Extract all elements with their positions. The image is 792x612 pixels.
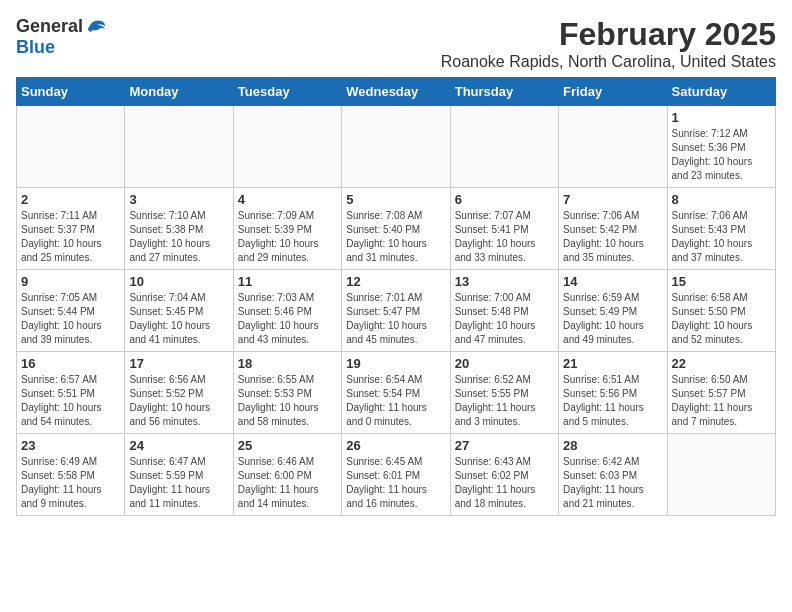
logo-bird-icon (85, 17, 107, 35)
day-info: Sunrise: 7:01 AM Sunset: 5:47 PM Dayligh… (346, 291, 445, 347)
day-info: Sunrise: 7:06 AM Sunset: 5:43 PM Dayligh… (672, 209, 771, 265)
calendar-week-5: 23Sunrise: 6:49 AM Sunset: 5:58 PM Dayli… (17, 434, 776, 516)
day-info: Sunrise: 6:54 AM Sunset: 5:54 PM Dayligh… (346, 373, 445, 429)
calendar-day-cell: 13Sunrise: 7:00 AM Sunset: 5:48 PM Dayli… (450, 270, 558, 352)
day-info: Sunrise: 6:45 AM Sunset: 6:01 PM Dayligh… (346, 455, 445, 511)
day-info: Sunrise: 7:05 AM Sunset: 5:44 PM Dayligh… (21, 291, 120, 347)
calendar-day-cell: 28Sunrise: 6:42 AM Sunset: 6:03 PM Dayli… (559, 434, 667, 516)
weekday-header-monday: Monday (125, 78, 233, 106)
calendar-day-cell (559, 106, 667, 188)
calendar-day-cell: 12Sunrise: 7:01 AM Sunset: 5:47 PM Dayli… (342, 270, 450, 352)
day-info: Sunrise: 7:04 AM Sunset: 5:45 PM Dayligh… (129, 291, 228, 347)
day-number: 5 (346, 192, 445, 207)
day-number: 25 (238, 438, 337, 453)
calendar-week-2: 2Sunrise: 7:11 AM Sunset: 5:37 PM Daylig… (17, 188, 776, 270)
calendar-day-cell: 23Sunrise: 6:49 AM Sunset: 5:58 PM Dayli… (17, 434, 125, 516)
day-info: Sunrise: 6:55 AM Sunset: 5:53 PM Dayligh… (238, 373, 337, 429)
logo-general: General (16, 16, 83, 37)
day-info: Sunrise: 6:47 AM Sunset: 5:59 PM Dayligh… (129, 455, 228, 511)
calendar-day-cell: 4Sunrise: 7:09 AM Sunset: 5:39 PM Daylig… (233, 188, 341, 270)
day-number: 28 (563, 438, 662, 453)
day-info: Sunrise: 7:10 AM Sunset: 5:38 PM Dayligh… (129, 209, 228, 265)
header: General Blue February 2025 Roanoke Rapid… (16, 16, 776, 71)
subtitle: Roanoke Rapids, North Carolina, United S… (441, 53, 776, 71)
day-number: 13 (455, 274, 554, 289)
day-info: Sunrise: 6:52 AM Sunset: 5:55 PM Dayligh… (455, 373, 554, 429)
calendar-day-cell: 27Sunrise: 6:43 AM Sunset: 6:02 PM Dayli… (450, 434, 558, 516)
logo-blue: Blue (16, 37, 55, 58)
calendar-day-cell: 20Sunrise: 6:52 AM Sunset: 5:55 PM Dayli… (450, 352, 558, 434)
weekday-header-thursday: Thursday (450, 78, 558, 106)
day-info: Sunrise: 6:59 AM Sunset: 5:49 PM Dayligh… (563, 291, 662, 347)
day-number: 20 (455, 356, 554, 371)
weekday-header-sunday: Sunday (17, 78, 125, 106)
calendar-day-cell: 18Sunrise: 6:55 AM Sunset: 5:53 PM Dayli… (233, 352, 341, 434)
weekday-header-saturday: Saturday (667, 78, 775, 106)
calendar-day-cell: 9Sunrise: 7:05 AM Sunset: 5:44 PM Daylig… (17, 270, 125, 352)
day-number: 17 (129, 356, 228, 371)
day-number: 21 (563, 356, 662, 371)
day-info: Sunrise: 6:46 AM Sunset: 6:00 PM Dayligh… (238, 455, 337, 511)
weekday-header-tuesday: Tuesday (233, 78, 341, 106)
day-info: Sunrise: 7:08 AM Sunset: 5:40 PM Dayligh… (346, 209, 445, 265)
day-info: Sunrise: 6:51 AM Sunset: 5:56 PM Dayligh… (563, 373, 662, 429)
calendar-day-cell: 6Sunrise: 7:07 AM Sunset: 5:41 PM Daylig… (450, 188, 558, 270)
calendar-day-cell: 17Sunrise: 6:56 AM Sunset: 5:52 PM Dayli… (125, 352, 233, 434)
calendar-day-cell: 2Sunrise: 7:11 AM Sunset: 5:37 PM Daylig… (17, 188, 125, 270)
day-info: Sunrise: 7:11 AM Sunset: 5:37 PM Dayligh… (21, 209, 120, 265)
calendar-day-cell (450, 106, 558, 188)
calendar-day-cell (233, 106, 341, 188)
calendar-day-cell: 1Sunrise: 7:12 AM Sunset: 5:36 PM Daylig… (667, 106, 775, 188)
day-number: 18 (238, 356, 337, 371)
day-number: 12 (346, 274, 445, 289)
calendar-day-cell (342, 106, 450, 188)
calendar-day-cell: 25Sunrise: 6:46 AM Sunset: 6:00 PM Dayli… (233, 434, 341, 516)
calendar-day-cell (17, 106, 125, 188)
day-number: 8 (672, 192, 771, 207)
day-number: 27 (455, 438, 554, 453)
day-number: 9 (21, 274, 120, 289)
day-info: Sunrise: 7:03 AM Sunset: 5:46 PM Dayligh… (238, 291, 337, 347)
calendar-week-1: 1Sunrise: 7:12 AM Sunset: 5:36 PM Daylig… (17, 106, 776, 188)
day-info: Sunrise: 6:56 AM Sunset: 5:52 PM Dayligh… (129, 373, 228, 429)
weekday-header-wednesday: Wednesday (342, 78, 450, 106)
day-number: 6 (455, 192, 554, 207)
calendar-day-cell: 15Sunrise: 6:58 AM Sunset: 5:50 PM Dayli… (667, 270, 775, 352)
day-number: 26 (346, 438, 445, 453)
day-number: 10 (129, 274, 228, 289)
day-number: 3 (129, 192, 228, 207)
title-area: February 2025 Roanoke Rapids, North Caro… (441, 16, 776, 71)
weekday-header-friday: Friday (559, 78, 667, 106)
day-info: Sunrise: 6:57 AM Sunset: 5:51 PM Dayligh… (21, 373, 120, 429)
calendar-week-3: 9Sunrise: 7:05 AM Sunset: 5:44 PM Daylig… (17, 270, 776, 352)
day-info: Sunrise: 7:07 AM Sunset: 5:41 PM Dayligh… (455, 209, 554, 265)
calendar-day-cell (125, 106, 233, 188)
day-number: 24 (129, 438, 228, 453)
calendar-day-cell: 21Sunrise: 6:51 AM Sunset: 5:56 PM Dayli… (559, 352, 667, 434)
day-info: Sunrise: 6:58 AM Sunset: 5:50 PM Dayligh… (672, 291, 771, 347)
calendar-day-cell: 16Sunrise: 6:57 AM Sunset: 5:51 PM Dayli… (17, 352, 125, 434)
day-number: 11 (238, 274, 337, 289)
day-number: 14 (563, 274, 662, 289)
day-number: 19 (346, 356, 445, 371)
day-info: Sunrise: 7:00 AM Sunset: 5:48 PM Dayligh… (455, 291, 554, 347)
day-number: 7 (563, 192, 662, 207)
day-number: 23 (21, 438, 120, 453)
calendar-day-cell (667, 434, 775, 516)
calendar-day-cell: 10Sunrise: 7:04 AM Sunset: 5:45 PM Dayli… (125, 270, 233, 352)
calendar-day-cell: 11Sunrise: 7:03 AM Sunset: 5:46 PM Dayli… (233, 270, 341, 352)
day-info: Sunrise: 7:09 AM Sunset: 5:39 PM Dayligh… (238, 209, 337, 265)
calendar: SundayMondayTuesdayWednesdayThursdayFrid… (16, 77, 776, 516)
day-number: 22 (672, 356, 771, 371)
day-number: 16 (21, 356, 120, 371)
calendar-day-cell: 5Sunrise: 7:08 AM Sunset: 5:40 PM Daylig… (342, 188, 450, 270)
day-number: 1 (672, 110, 771, 125)
calendar-day-cell: 19Sunrise: 6:54 AM Sunset: 5:54 PM Dayli… (342, 352, 450, 434)
day-info: Sunrise: 7:12 AM Sunset: 5:36 PM Dayligh… (672, 127, 771, 183)
calendar-day-cell: 14Sunrise: 6:59 AM Sunset: 5:49 PM Dayli… (559, 270, 667, 352)
calendar-day-cell: 3Sunrise: 7:10 AM Sunset: 5:38 PM Daylig… (125, 188, 233, 270)
day-info: Sunrise: 6:42 AM Sunset: 6:03 PM Dayligh… (563, 455, 662, 511)
day-number: 2 (21, 192, 120, 207)
day-info: Sunrise: 7:06 AM Sunset: 5:42 PM Dayligh… (563, 209, 662, 265)
calendar-week-4: 16Sunrise: 6:57 AM Sunset: 5:51 PM Dayli… (17, 352, 776, 434)
